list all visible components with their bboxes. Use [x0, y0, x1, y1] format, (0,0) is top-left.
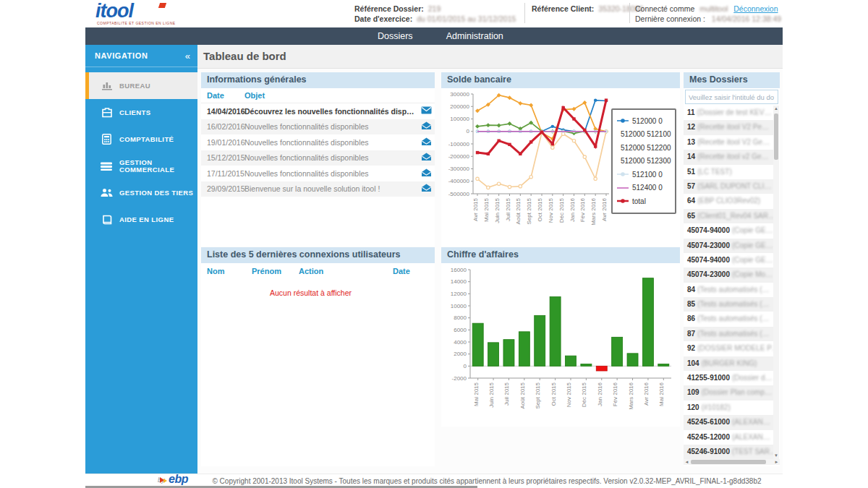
footer: by ebp © Copyright 2001-2013 Itool Syste…	[85, 474, 783, 486]
col-date[interactable]: Date	[201, 91, 244, 100]
envelope-open-icon[interactable]	[417, 168, 435, 179]
dossier-ref-value: 219	[428, 4, 441, 13]
legend-item: total	[617, 194, 671, 208]
dossier-item[interactable]: 13(Recette itool V2 Ge…	[684, 135, 773, 150]
dossier-name: (SARL DUPONT CLI…	[697, 182, 771, 190]
news-table-header: Date Objet	[201, 88, 435, 103]
svg-text:16000: 16000	[451, 267, 467, 273]
legend-swatch	[617, 197, 629, 205]
logo-accent-icon	[158, 3, 166, 8]
connected-user: multitool	[699, 4, 728, 13]
envelope-closed-icon[interactable]	[417, 106, 435, 116]
collapse-sidebar-icon[interactable]: «	[185, 51, 190, 61]
dossier-item[interactable]: 85(Tests automatisés (…	[684, 297, 773, 312]
dossier-item[interactable]: 45245-61000(ALEXAN…	[684, 415, 773, 429]
svg-text:-2000: -2000	[452, 375, 467, 382]
dossier-search-input[interactable]	[685, 90, 778, 104]
horizontal-scrollbar[interactable]: ◄ ►	[684, 459, 780, 465]
dossier-item[interactable]: 92(DOSSIER MODELE P…	[684, 341, 773, 356]
svg-text:14000: 14000	[451, 278, 467, 285]
sidebar-item-aide-en-ligne[interactable]: AIDE EN LIGNE	[85, 206, 197, 233]
svg-text:200000: 200000	[450, 103, 469, 110]
vertical-scroll-thumb[interactable]	[774, 114, 778, 160]
envelope-open-icon[interactable]	[417, 184, 435, 194]
scroll-left-icon[interactable]: ◄	[684, 459, 690, 465]
dossier-item[interactable]: 11(Dossier de test KEV…	[684, 106, 773, 120]
dossier-id: 51	[687, 168, 695, 176]
news-row[interactable]: 19/01/2016Nouvelles fonctionnalités disp…	[201, 134, 435, 150]
scroll-up-icon[interactable]: ▲	[773, 106, 779, 112]
menu-administration[interactable]: Administration	[446, 31, 503, 41]
envelope-open-icon[interactable]	[417, 137, 435, 147]
panel-mes-dossiers: Mes Dossiers 11(Dossier de test KEV…12(R…	[684, 72, 780, 466]
envelope-open-icon[interactable]	[417, 121, 435, 132]
news-date: 29/09/2015	[201, 184, 244, 193]
dossier-item[interactable]: 12(Recette itool V2 Pe…	[684, 120, 773, 134]
col-nom[interactable]: Nom	[201, 267, 252, 275]
legend-label: 512000 512100	[621, 130, 671, 138]
dossier-item[interactable]: 57(SARL DUPONT CLI…	[684, 179, 773, 194]
sidebar-item-bureau[interactable]: BUREAU	[85, 72, 197, 99]
itool-logo: itool COMPTABILITE ET GESTION EN LIGNE	[95, 1, 197, 27]
svg-text:Mai 2015: Mai 2015	[483, 197, 490, 221]
dossier-name: (Dossier de test KEV…	[697, 108, 772, 116]
news-row[interactable]: 17/11/2015Nouvelles fonctionnalités disp…	[201, 166, 435, 181]
dossier-item[interactable]: 14(Recette itool v2 Ge…	[684, 150, 773, 164]
col-prenom[interactable]: Prénom	[252, 267, 299, 275]
news-subject: Nouvelles fonctionnalités disponibles	[244, 138, 417, 147]
dossier-ref-label: Référence Dossier:	[354, 4, 424, 13]
col-objet[interactable]: Objet	[244, 91, 265, 100]
legend-label: total	[632, 197, 646, 205]
legend-swatch	[617, 117, 629, 124]
dossier-name: (Tests automatisés (…	[697, 300, 769, 308]
dossier-item[interactable]: 45245-12000(ALEXAN…	[684, 430, 773, 445]
dossier-item[interactable]: 104(BURGER KING)	[684, 356, 773, 371]
sidebar-item-comptabilit-[interactable]: COMPTABILITÉ	[85, 126, 197, 153]
dossier-id: 11	[687, 108, 695, 116]
dossier-item[interactable]: 86(Tests automatisés (…	[684, 312, 773, 326]
dossier-item[interactable]: 41255-91000(Dossier d…	[684, 371, 773, 385]
panel-title: Liste des 5 dernières connexions utilisa…	[201, 247, 435, 263]
news-row[interactable]: 15/12/2015Nouvelles fonctionnalités disp…	[201, 150, 435, 166]
col-action[interactable]: Action	[299, 267, 393, 275]
legend-item: 512400 0	[617, 181, 671, 195]
scroll-down-icon[interactable]: ▼	[773, 453, 779, 459]
connected-as-label: Connecté comme	[635, 4, 694, 13]
col-date[interactable]: Date	[393, 267, 410, 275]
dossier-item[interactable]: 45074-94000(Copie GE…	[684, 223, 773, 238]
dossier-item[interactable]: 109(Dossier Plan comp…	[684, 385, 773, 400]
news-row[interactable]: 29/09/2015Bienvenue sur la nouvelle solu…	[201, 181, 435, 197]
dossier-item[interactable]: 51(LC TEST)	[684, 165, 773, 179]
vertical-scrollbar[interactable]: ▲ ▼	[773, 106, 779, 459]
dossier-id: 45246-91000	[687, 448, 730, 455]
news-row[interactable]: 14/04/2016Découvrez les nouvelles foncti…	[201, 103, 435, 119]
dossier-item[interactable]: 120(#10182)	[684, 401, 773, 415]
dossier-item[interactable]: 87(Tests automatisés (…	[684, 327, 773, 341]
sidebar-item-gestion-des-tiers[interactable]: GESTION DES TIERS	[85, 179, 197, 206]
dossier-item[interactable]: 64(EBP CLIO3Rev02)	[684, 194, 773, 208]
dossier-item[interactable]: 45246-91000(TEST SAR…	[684, 445, 773, 459]
legend-label: 512400 0	[632, 184, 663, 192]
envelope-open-icon[interactable]	[417, 153, 435, 163]
logout-link[interactable]: Déconnexion	[733, 4, 778, 13]
sidebar-item-gestion-commerciale[interactable]: GESTION COMMERCIALE	[85, 153, 197, 179]
horizontal-scroll-thumb[interactable]	[691, 460, 766, 464]
news-row[interactable]: 16/02/2016Nouvelles fonctionnalités disp…	[201, 119, 435, 135]
dossier-item[interactable]: 45074-23000(Copie GE…	[684, 239, 773, 253]
svg-text:300000: 300000	[450, 91, 469, 98]
news-table-body: 14/04/2016Découvrez les nouvelles foncti…	[201, 103, 435, 197]
legend-item: 512000 512100	[617, 128, 671, 142]
dossier-item[interactable]: 45074-94000(Copie GE…	[684, 253, 773, 267]
navigation-sidebar: NAVIGATION « BUREAUCLIENTSCOMPTABILITÉGE…	[85, 45, 197, 474]
news-date: 16/02/2016	[201, 122, 244, 131]
sidebar-item-clients[interactable]: CLIENTS	[85, 99, 197, 126]
menu-dossiers[interactable]: Dossiers	[378, 31, 413, 41]
dossier-item[interactable]: 84(Tests automatisés (…	[684, 283, 773, 297]
dossier-id: 85	[687, 300, 695, 308]
panel-chiffre-affaires: Chiffre d'affaires 160001400012000100008…	[441, 247, 680, 427]
legend-swatch	[617, 171, 629, 178]
scroll-right-icon[interactable]: ►	[773, 459, 780, 465]
legend-label: 512000 0	[632, 117, 663, 125]
dossier-item[interactable]: 45074-23000(Copie Mo…	[684, 267, 773, 282]
dossier-item[interactable]: 65(Client01_Rev04 SAR…	[684, 209, 773, 223]
